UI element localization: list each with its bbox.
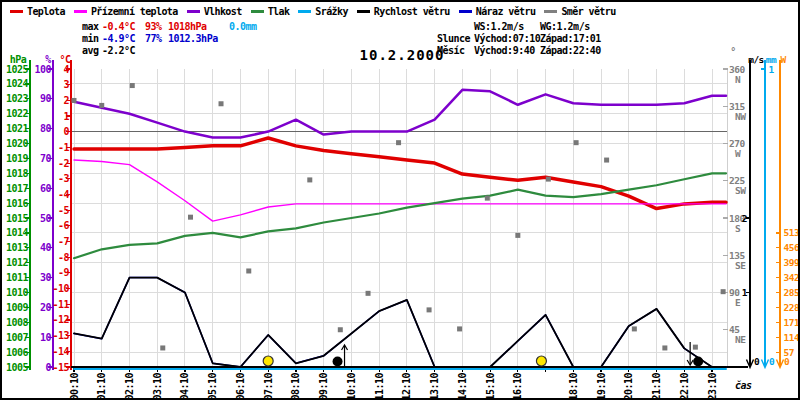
svg-text:0: 0 bbox=[754, 356, 760, 367]
series-tlak bbox=[74, 173, 726, 258]
svg-text:114: 114 bbox=[784, 332, 799, 343]
svg-text:-3: -3 bbox=[58, 173, 70, 184]
svg-text:-12: -12 bbox=[52, 314, 69, 325]
svg-text:%: % bbox=[45, 54, 51, 65]
svg-text:399: 399 bbox=[784, 257, 799, 268]
svg-text:SW: SW bbox=[735, 185, 746, 196]
svg-text:1013: 1013 bbox=[6, 242, 29, 253]
svg-text:-15: -15 bbox=[52, 362, 69, 373]
svg-text:09:10: 09:10 bbox=[318, 372, 329, 398]
svg-text:04:10: 04:10 bbox=[179, 372, 190, 398]
svg-text:S: S bbox=[735, 223, 741, 234]
svg-text:1022: 1022 bbox=[6, 108, 29, 119]
svg-text:-11: -11 bbox=[52, 299, 69, 310]
svg-text:90: 90 bbox=[40, 93, 52, 104]
svg-text:1011: 1011 bbox=[6, 272, 29, 283]
wind-direction-point bbox=[219, 101, 224, 106]
svg-text:hPa: hPa bbox=[10, 54, 27, 65]
wind-direction-point bbox=[130, 83, 135, 88]
moonrise-marker-icon bbox=[333, 357, 343, 367]
svg-text:-10: -10 bbox=[52, 283, 69, 294]
svg-text:01:10: 01:10 bbox=[96, 372, 107, 398]
wind-direction-point bbox=[632, 326, 637, 331]
svg-text:13:10: 13:10 bbox=[429, 372, 440, 398]
svg-text:1018: 1018 bbox=[6, 168, 29, 179]
svg-text:°C: °C bbox=[59, 54, 71, 65]
svg-text:80: 80 bbox=[40, 123, 52, 134]
wind-direction-point bbox=[546, 177, 551, 182]
wind-direction-point bbox=[515, 233, 520, 238]
svg-text:100: 100 bbox=[34, 64, 51, 75]
svg-text:1021: 1021 bbox=[6, 123, 29, 134]
svg-text:1015: 1015 bbox=[6, 213, 29, 224]
svg-text:16:10: 16:10 bbox=[512, 372, 523, 398]
svg-text:1023: 1023 bbox=[6, 93, 29, 104]
wind-direction-point bbox=[366, 291, 371, 296]
svg-text:1009: 1009 bbox=[6, 302, 29, 313]
svg-text:4: 4 bbox=[63, 64, 69, 75]
svg-text:1016: 1016 bbox=[6, 198, 29, 209]
svg-text:10:10: 10:10 bbox=[346, 372, 357, 398]
svg-text:1: 1 bbox=[63, 111, 69, 122]
svg-text:15:10: 15:10 bbox=[485, 372, 496, 398]
wind-direction-point bbox=[338, 327, 343, 332]
meteogram-canvas: 1005100610071008100910101011101210131014… bbox=[2, 2, 798, 398]
svg-text:čas: čas bbox=[735, 380, 752, 391]
wind-direction-point bbox=[99, 103, 104, 108]
svg-text:70: 70 bbox=[40, 153, 52, 164]
svg-text:22:10: 22:10 bbox=[679, 372, 690, 398]
svg-text:1024: 1024 bbox=[6, 78, 29, 89]
svg-text:05:10: 05:10 bbox=[207, 372, 218, 398]
svg-text:03:10: 03:10 bbox=[152, 372, 163, 398]
wind-direction-point bbox=[693, 345, 698, 350]
sunrise-marker-icon bbox=[263, 356, 273, 366]
svg-text:00:10: 00:10 bbox=[69, 372, 80, 398]
svg-text:-13: -13 bbox=[52, 330, 69, 341]
svg-text:60: 60 bbox=[40, 183, 52, 194]
wind-direction-point bbox=[457, 326, 462, 331]
svg-text:E: E bbox=[735, 297, 741, 308]
svg-text:456: 456 bbox=[784, 242, 799, 253]
svg-text:02:10: 02:10 bbox=[124, 372, 135, 398]
svg-text:50: 50 bbox=[40, 213, 52, 224]
wind-direction-point bbox=[604, 158, 609, 163]
wind-direction-point bbox=[72, 98, 77, 103]
svg-text:1017: 1017 bbox=[6, 183, 29, 194]
svg-text:57: 57 bbox=[784, 347, 794, 358]
svg-text:21:10: 21:10 bbox=[651, 372, 662, 398]
svg-text:285: 285 bbox=[784, 287, 799, 298]
svg-text:mm: mm bbox=[766, 54, 777, 65]
svg-text:171: 171 bbox=[784, 317, 799, 328]
moonset-marker-icon bbox=[693, 357, 703, 367]
svg-text:-1: -1 bbox=[58, 142, 70, 153]
svg-text:SE: SE bbox=[735, 260, 746, 271]
svg-text:1014: 1014 bbox=[6, 227, 29, 238]
svg-text:11:10: 11:10 bbox=[374, 372, 385, 398]
wind-direction-point bbox=[721, 289, 726, 294]
svg-text:1006: 1006 bbox=[6, 347, 29, 358]
svg-text:-4: -4 bbox=[58, 189, 70, 200]
meteogram-window: Teplota Přízemní teplota Vlhkost Tlak Sr… bbox=[0, 0, 800, 400]
wind-direction-point bbox=[396, 140, 401, 145]
svg-text:20: 20 bbox=[40, 302, 52, 313]
svg-text:m/s: m/s bbox=[748, 54, 764, 65]
svg-text:18:10: 18:10 bbox=[568, 372, 579, 398]
svg-text:10: 10 bbox=[40, 332, 52, 343]
svg-text:1012: 1012 bbox=[6, 257, 29, 268]
svg-text:12:10: 12:10 bbox=[401, 372, 412, 398]
svg-text:-2: -2 bbox=[58, 158, 70, 169]
wind-direction-point bbox=[307, 177, 312, 182]
svg-text:342: 342 bbox=[784, 272, 799, 283]
svg-text:1008: 1008 bbox=[6, 317, 29, 328]
svg-text:23:10: 23:10 bbox=[707, 372, 718, 398]
svg-text:2: 2 bbox=[63, 95, 69, 106]
svg-text:228: 228 bbox=[784, 302, 799, 313]
svg-text:0: 0 bbox=[769, 356, 775, 367]
svg-text:1: 1 bbox=[742, 287, 748, 298]
svg-text:0: 0 bbox=[45, 362, 51, 373]
svg-text:1: 1 bbox=[769, 64, 775, 75]
svg-text:1020: 1020 bbox=[6, 138, 29, 149]
svg-text:N: N bbox=[735, 74, 741, 85]
svg-text:19:10: 19:10 bbox=[596, 372, 607, 398]
sunset-marker-icon bbox=[536, 356, 546, 366]
